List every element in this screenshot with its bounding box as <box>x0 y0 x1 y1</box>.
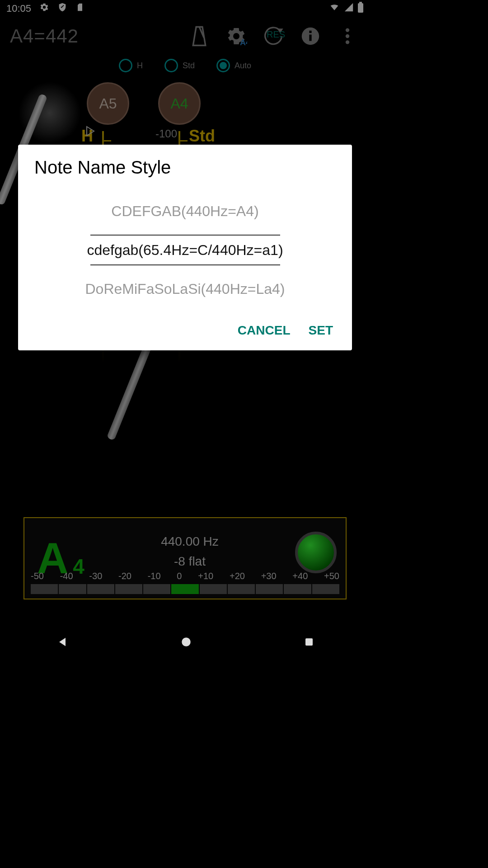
picker-option-0[interactable]: CDEFGAB(440Hz=A4) <box>111 196 258 226</box>
svg-rect-12 <box>305 638 313 646</box>
cancel-button[interactable]: CANCEL <box>238 323 291 338</box>
dialog-picker[interactable]: CDEFGAB(440Hz=A4) cdefgab(65.4Hz=C/440Hz… <box>18 187 352 318</box>
home-button[interactable] <box>180 636 192 650</box>
dialog-title: Note Name Style <box>18 157 352 187</box>
recents-button[interactable] <box>304 637 314 649</box>
picker-option-1[interactable]: cdefgab(65.4Hz=C/440Hz=a1) <box>90 235 280 265</box>
note-name-style-dialog: Note Name Style CDEFGAB(440Hz=A4) cdefga… <box>18 145 352 350</box>
back-button[interactable] <box>56 636 69 650</box>
navigation-bar <box>0 627 370 658</box>
set-button[interactable]: SET <box>309 323 333 338</box>
picker-option-2[interactable]: DoReMiFaSoLaSi(440Hz=La4) <box>85 274 285 304</box>
svg-point-11 <box>182 637 191 646</box>
